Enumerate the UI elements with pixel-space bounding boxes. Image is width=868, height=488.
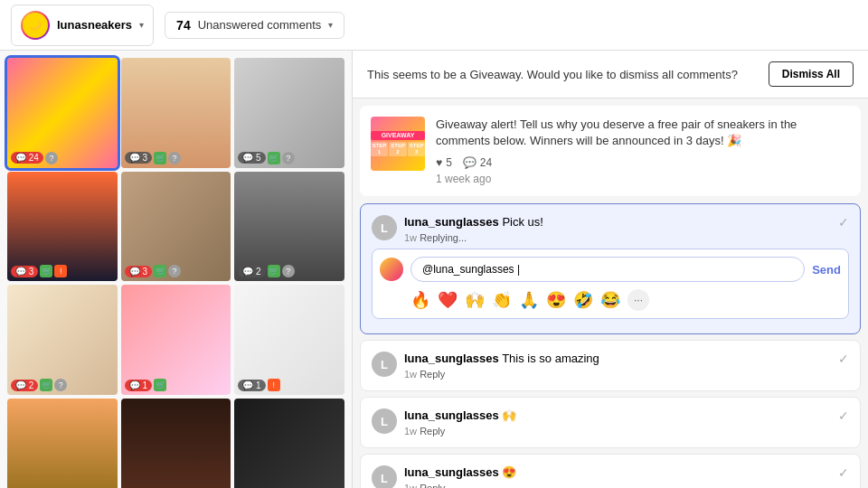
- comment-actions: ✓: [838, 408, 849, 423]
- grid-item-6[interactable]: 💬 2🛒?: [234, 172, 344, 282]
- badge-chevron-icon: ▾: [328, 20, 333, 30]
- account-name: lunasneakers: [57, 18, 132, 32]
- header: 🌙 lunasneakers ▾ 74 Unanswered comments …: [0, 0, 868, 51]
- dismiss-banner-text: This seems to be a Giveaway. Would you l…: [367, 68, 738, 81]
- comment-body-wrap: luna_sunglasses 🙌1w Reply: [404, 408, 831, 436]
- emoji-button[interactable]: 😍: [546, 292, 566, 308]
- cart-icon: 🛒: [268, 265, 280, 277]
- badge-row: 💬 3🛒?: [125, 152, 181, 164]
- comment-username: luna_sunglasses: [404, 408, 499, 422]
- question-icon: ?: [45, 152, 58, 164]
- comment-top-line: luna_sunglasses This is so amazing: [404, 352, 831, 365]
- emoji-button[interactable]: 🙏: [519, 292, 539, 308]
- checkmark-icon[interactable]: ✓: [838, 465, 849, 480]
- emoji-row: 🔥❤️🙌👏🙏😍🤣😂···: [380, 289, 841, 311]
- grid-item-5[interactable]: 💬 3🛒?: [121, 172, 231, 282]
- comment-card[interactable]: Lluna_sunglasses Pick us!1w Replying...✓…: [360, 203, 861, 334]
- checkmark-icon[interactable]: ✓: [838, 352, 849, 366]
- badge-row: 💬 1!: [238, 379, 279, 391]
- comment-card[interactable]: Lluna_sunglasses 😍1w Reply✓: [360, 454, 861, 488]
- comment-meta: 1w Reply: [404, 483, 831, 488]
- comment-count-badge: 💬 5: [238, 152, 265, 164]
- grid-item-11[interactable]: [121, 399, 231, 488]
- comments-count: 74: [176, 18, 191, 33]
- comment-card[interactable]: Lluna_sunglasses This is so amazing1w Re…: [360, 340, 861, 391]
- comments-panel: This seems to be a Giveaway. Would you l…: [353, 51, 868, 488]
- emoji-button[interactable]: ❤️: [438, 292, 458, 308]
- exclaim-icon: !: [268, 379, 280, 391]
- comment-actions: ✓: [838, 352, 849, 366]
- post-meta: ♥ 5 💬 24: [436, 156, 850, 169]
- dismiss-banner: This seems to be a Giveaway. Would you l…: [353, 51, 868, 99]
- badge-row: 💬 3🛒?: [125, 265, 181, 277]
- avatar-inner: 🌙: [23, 13, 48, 38]
- comment-count-badge: 💬 2: [238, 266, 265, 277]
- comment-meta: 1w Replying...: [404, 232, 831, 243]
- grid-item-10[interactable]: [7, 399, 118, 488]
- comment-top-line: luna_sunglasses 😍: [404, 465, 831, 479]
- emoji-button[interactable]: 😂: [600, 292, 620, 308]
- grid-item-3[interactable]: 💬 5🛒?: [234, 58, 344, 168]
- send-button[interactable]: Send: [812, 263, 841, 277]
- comment-avatar: L: [372, 352, 397, 377]
- cart-icon: 🛒: [268, 152, 280, 164]
- reply-input-row: Send: [380, 257, 841, 282]
- comment-avatar: L: [372, 465, 397, 488]
- comments-list: Lluna_sunglasses Pick us!1w Replying...✓…: [353, 203, 868, 488]
- grid-item-9[interactable]: 💬 1!: [234, 285, 344, 395]
- comment-avatar: L: [372, 215, 397, 240]
- cart-icon: 🛒: [40, 265, 52, 277]
- comment-reply-label[interactable]: Replying...: [420, 232, 467, 243]
- emoji-button[interactable]: 👏: [492, 292, 512, 308]
- comment-username: luna_sunglasses: [404, 352, 499, 365]
- grid-item-1[interactable]: 💬 24?: [7, 58, 118, 168]
- grid-item-7[interactable]: 💬 2🛒?: [7, 285, 118, 395]
- comment-top-line: luna_sunglasses 🙌: [404, 408, 831, 422]
- comment-username: luna_sunglasses: [404, 215, 499, 229]
- comment-header: Lluna_sunglasses Pick us!1w Replying...✓: [372, 215, 849, 243]
- comment-body-wrap: luna_sunglasses 😍1w Reply: [404, 465, 831, 488]
- emoji-button[interactable]: 🤣: [573, 292, 593, 308]
- comment-reply-label[interactable]: Reply: [420, 426, 445, 436]
- comments-filter[interactable]: 74 Unanswered comments ▾: [165, 12, 344, 39]
- comment-count-badge: 💬 3: [125, 152, 152, 164]
- dismiss-all-button[interactable]: Dismiss All: [769, 61, 854, 87]
- comment-reply-label[interactable]: Reply: [420, 369, 445, 380]
- badge-row: 💬 3🛒!: [11, 265, 67, 277]
- badge-row: 💬 5🛒?: [238, 152, 294, 164]
- cart-icon: 🛒: [40, 379, 52, 391]
- badge-row: 💬 2🛒?: [11, 379, 67, 391]
- comment-header: Lluna_sunglasses This is so amazing1w Re…: [372, 352, 849, 380]
- emoji-button[interactable]: 🙌: [465, 292, 485, 308]
- checkmark-icon[interactable]: ✓: [838, 408, 849, 423]
- exclaim-icon: !: [54, 265, 67, 277]
- reply-input[interactable]: [410, 257, 805, 282]
- comment-reply-label[interactable]: Reply: [420, 483, 445, 488]
- grid-item-4[interactable]: 💬 3🛒!: [7, 172, 118, 282]
- question-icon: ?: [168, 152, 181, 164]
- badge-row: 💬 2🛒?: [238, 265, 294, 277]
- comment-count-badge: 💬 24: [11, 152, 43, 164]
- question-icon: ?: [168, 265, 181, 277]
- grid-item-2[interactable]: 💬 3🛒?: [121, 58, 231, 168]
- comment-body-wrap: luna_sunglasses This is so amazing1w Rep…: [404, 352, 831, 380]
- checkmark-icon[interactable]: ✓: [838, 215, 849, 230]
- comment-card[interactable]: Lluna_sunglasses 🙌1w Reply✓: [360, 397, 861, 448]
- account-selector[interactable]: 🌙 lunasneakers ▾: [11, 5, 154, 46]
- cart-icon: 🛒: [154, 265, 166, 277]
- grid-item-12[interactable]: [234, 399, 344, 488]
- comment-count-badge: 💬 1: [238, 380, 265, 391]
- comment-text: 😍: [502, 465, 516, 479]
- comment-count-badge: 💬 3: [125, 266, 152, 277]
- badge-row: 💬 1🛒: [125, 379, 166, 391]
- grid-item-8[interactable]: 💬 1🛒: [121, 285, 231, 395]
- comment-text: Pick us!: [502, 215, 543, 229]
- comment-header: Lluna_sunglasses 😍1w Reply✓: [372, 465, 849, 488]
- comment-meta: 1w Reply: [404, 369, 831, 380]
- more-emojis-button[interactable]: ···: [627, 289, 649, 311]
- emoji-button[interactable]: 🔥: [410, 292, 430, 308]
- reply-area: Send🔥❤️🙌👏🙏😍🤣😂···: [372, 249, 849, 319]
- comment-actions: ✓: [838, 465, 849, 480]
- cart-icon: 🛒: [154, 379, 166, 391]
- main-content: 💬 24?💬 3🛒?💬 5🛒?💬 3🛒!💬 3🛒?💬 2🛒?💬 2🛒?💬 1🛒💬…: [0, 51, 868, 488]
